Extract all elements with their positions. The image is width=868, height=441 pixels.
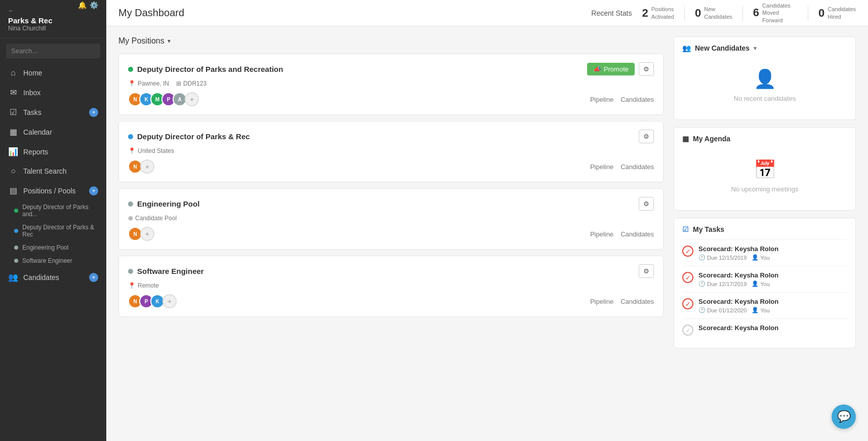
- content-area: My Positions ▾ Deputy Director of Parks …: [106, 26, 868, 441]
- stat-number: 6: [753, 6, 759, 19]
- right-panel: 👥 New Candidates ▾ 👤 No recent candidate…: [674, 36, 856, 431]
- position-card: Engineering Pool ⚙ ⊕ Candidate Pool N +: [118, 188, 664, 250]
- position-settings-button[interactable]: ⚙: [639, 264, 654, 278]
- candidates-link[interactable]: Candidates: [621, 298, 654, 305]
- search-input[interactable]: [6, 44, 100, 58]
- no-candidates-text: No recent candidates: [734, 95, 796, 102]
- position-actions: ⚙: [639, 197, 654, 211]
- sidebar-item-calendar[interactable]: ▦ Calendar: [0, 122, 106, 142]
- sidebar-item-positions-pools[interactable]: ▤ Positions / Pools +: [0, 181, 106, 201]
- pipeline-link[interactable]: Pipeline: [590, 298, 613, 305]
- sidebar-item-label: Tasks: [23, 108, 84, 116]
- avatars: N P K +: [128, 294, 177, 308]
- position-card-header: Deputy Director of Parks & Rec ⚙: [128, 130, 654, 143]
- task-assignee: 👤 You: [752, 307, 770, 313]
- sub-item-deputy-rec[interactable]: Deputy Director of Parks & Rec: [0, 221, 106, 241]
- position-settings-button[interactable]: ⚙: [639, 197, 654, 211]
- sidebar-item-candidates[interactable]: 👥 Candidates +: [0, 267, 106, 287]
- candidates-link[interactable]: Candidates: [621, 163, 654, 171]
- stat-candidates-hired: 0 CandidatesHired: [818, 6, 856, 20]
- sub-item-deputy-parks[interactable]: Deputy Director of Parks and...: [0, 201, 106, 221]
- main-content: My Dashboard Recent Stats 2 PositionsAct…: [106, 0, 868, 441]
- task-check-icon[interactable]: ✓: [682, 325, 693, 336]
- sidebar-item-label: Candidates: [23, 273, 84, 282]
- sub-item-engineering-pool[interactable]: Engineering Pool: [0, 241, 106, 254]
- task-title: Scorecard: Keysha Rolon: [698, 324, 847, 332]
- sub-item-label: Engineering Pool: [22, 244, 68, 251]
- sidebar-item-home[interactable]: ⌂ Home: [0, 63, 106, 83]
- sidebar-item-reports[interactable]: 📊 Reports: [0, 142, 106, 162]
- org-user: Nina Churchill: [8, 25, 53, 32]
- task-body: Scorecard: Keysha Rolon 🕐 Due 12/17/2019…: [698, 271, 847, 287]
- clock-icon: 🕐: [698, 307, 706, 313]
- pipeline-link[interactable]: Pipeline: [590, 96, 613, 103]
- position-footer: N + Pipeline Candidates: [128, 159, 654, 174]
- status-dot: [128, 67, 133, 72]
- pipeline-link[interactable]: Pipeline: [590, 230, 613, 238]
- add-avatar-button[interactable]: +: [140, 227, 154, 241]
- task-check-icon[interactable]: ✓: [682, 298, 693, 309]
- task-item: ✓ Scorecard: Keysha Rolon 🕐 Due 01/12/20…: [682, 292, 847, 318]
- stat-desc: NewCandidates: [704, 6, 732, 20]
- pipeline-link[interactable]: Pipeline: [590, 163, 613, 171]
- task-due: 🕐 Due 12/15/2019: [698, 254, 747, 261]
- stat-new-candidates: 0 NewCandidates: [695, 6, 732, 20]
- tasks-add-button[interactable]: +: [89, 108, 98, 117]
- task-item: ✓ Scorecard: Keysha Rolon 🕐 Due 12/17/20…: [682, 266, 847, 292]
- sidebar-item-label: Home: [23, 69, 98, 77]
- sidebar-item-tasks[interactable]: ☑ Tasks +: [0, 102, 106, 122]
- position-settings-button[interactable]: ⚙: [639, 130, 654, 143]
- position-actions: ⚙: [639, 130, 654, 143]
- sidebar-item-talent-search[interactable]: ○ Talent Search: [0, 162, 106, 181]
- page-title: My Dashboard: [118, 7, 581, 19]
- stat-positions-activated: 2 PositionsActivated: [642, 6, 674, 20]
- stat-desc: CandidatesHired: [828, 6, 856, 20]
- talent-search-icon: ○: [8, 167, 18, 176]
- notification-icon[interactable]: 🔔: [78, 1, 87, 9]
- task-meta: 🕐 Due 12/15/2019 👤 You: [698, 254, 847, 261]
- pool-info: ⊕ Candidate Pool: [128, 215, 177, 222]
- positions-caret-icon: ▾: [168, 37, 171, 45]
- add-avatar-button[interactable]: +: [162, 294, 177, 308]
- grid-icon: ⊞: [176, 80, 181, 87]
- positions-add-button[interactable]: +: [89, 186, 98, 195]
- candidates-icon: 👥: [8, 272, 18, 282]
- pin-icon: 📍: [128, 80, 136, 87]
- candidates-link[interactable]: Candidates: [621, 96, 654, 103]
- sub-item-software-engineer[interactable]: Software Engineer: [0, 254, 106, 267]
- new-candidates-caret-icon[interactable]: ▾: [754, 45, 757, 52]
- stat-number: 0: [818, 7, 824, 20]
- status-dot: [14, 259, 18, 263]
- position-settings-button[interactable]: ⚙: [639, 62, 654, 76]
- candidates-section-icon: 👥: [682, 44, 691, 52]
- chat-button[interactable]: 💬: [832, 405, 856, 429]
- task-body: Scorecard: Keysha Rolon 🕐 Due 12/15/2019…: [698, 245, 847, 261]
- no-candidates-message: 👤 No recent candidates: [682, 58, 847, 112]
- position-card-header: Engineering Pool ⚙: [128, 197, 654, 211]
- task-meta: 🕐 Due 01/12/2020 👤 You: [698, 307, 847, 313]
- add-avatar-button[interactable]: +: [140, 159, 154, 174]
- agenda-header: ▦ My Agenda: [682, 135, 847, 143]
- status-dot: [14, 229, 18, 233]
- settings-icon[interactable]: ⚙️: [90, 1, 98, 9]
- code-info: ⊞ DDR123: [176, 80, 206, 87]
- candidates-link[interactable]: Candidates: [621, 230, 654, 238]
- clock-icon: 🕐: [698, 254, 706, 261]
- status-dot: [14, 209, 18, 213]
- positions-header[interactable]: My Positions ▾: [118, 36, 664, 46]
- task-check-icon[interactable]: ✓: [682, 246, 693, 257]
- sidebar-item-inbox[interactable]: ✉ Inbox: [0, 83, 106, 102]
- position-meta: 📍 Pawnee, IN ⊞ DDR123: [128, 80, 654, 87]
- task-title: Scorecard: Keysha Rolon: [698, 245, 847, 253]
- agenda-section-icon: ▦: [682, 135, 689, 143]
- task-check-icon[interactable]: ✓: [682, 272, 693, 283]
- task-body: Scorecard: Keysha Rolon: [698, 324, 847, 333]
- promote-button[interactable]: 📣 Promote: [587, 63, 635, 75]
- candidates-add-button[interactable]: +: [89, 273, 98, 282]
- inbox-icon: ✉: [8, 88, 18, 97]
- chevron-left-icon: ←: [8, 7, 14, 14]
- new-candidates-header: 👥 New Candidates ▾: [682, 44, 847, 52]
- sidebar-item-label: Calendar: [23, 128, 98, 136]
- add-avatar-button[interactable]: +: [185, 92, 199, 106]
- calendar-empty-icon: 📅: [754, 159, 776, 180]
